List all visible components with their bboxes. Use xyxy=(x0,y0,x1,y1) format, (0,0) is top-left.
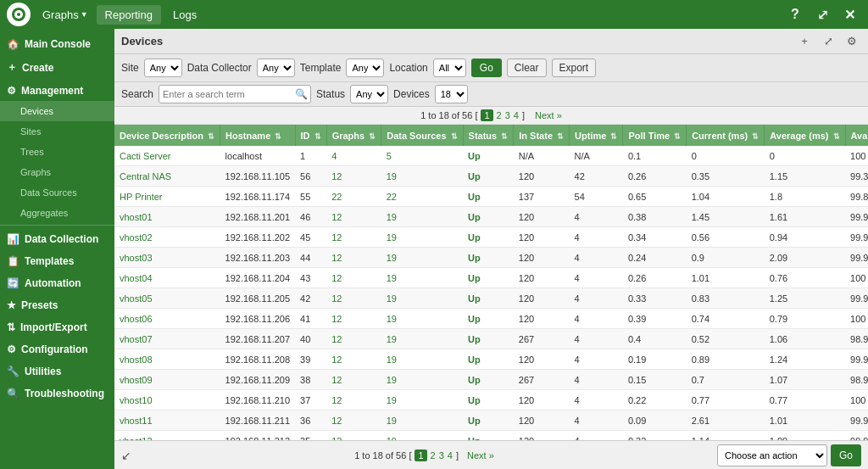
close-button[interactable]: ✕ xyxy=(837,3,861,26)
sidebar-item-utilities[interactable]: 🔧 Utilities xyxy=(0,360,114,382)
graphs-link[interactable]: 12 xyxy=(331,334,342,344)
add-button[interactable]: + xyxy=(795,32,814,51)
location-select[interactable]: All xyxy=(433,59,466,77)
datasources-link[interactable]: 19 xyxy=(387,416,397,426)
bottom-page-4-link[interactable]: 4 xyxy=(448,450,453,461)
sidebar-item-presets[interactable]: ★ Presets xyxy=(0,293,114,315)
col-average[interactable]: Average (ms) ⇅ xyxy=(765,125,845,146)
sidebar-item-import-export[interactable]: ⇅ Import/Export xyxy=(0,315,114,338)
graphs-link[interactable]: 12 xyxy=(331,395,342,405)
device-link[interactable]: vhost10 xyxy=(120,395,153,405)
bottom-page-2-link[interactable]: 2 xyxy=(431,450,436,461)
back-icon[interactable]: ↙ xyxy=(121,449,131,462)
graphs-link[interactable]: 12 xyxy=(331,416,342,426)
site-select[interactable]: Any xyxy=(144,59,182,77)
datacollector-select[interactable]: Any xyxy=(257,59,295,77)
col-description[interactable]: Device Description ⇅ xyxy=(114,125,220,146)
datasources-link[interactable]: 19 xyxy=(387,334,397,344)
graphs-link[interactable]: 12 xyxy=(331,171,342,181)
datasources-link[interactable]: 19 xyxy=(387,375,397,385)
datasources-link[interactable]: 19 xyxy=(387,171,397,181)
datasources-link[interactable]: 19 xyxy=(387,273,397,283)
sidebar-item-templates[interactable]: 📋 Templates xyxy=(0,249,114,271)
device-link[interactable]: vhost05 xyxy=(120,293,153,304)
action-select[interactable]: Choose an action Enable Disable Delete xyxy=(717,444,827,466)
graphs-link[interactable]: 22 xyxy=(331,192,342,202)
graphs-nav-item[interactable]: Graphs ▼ xyxy=(37,5,93,25)
status-select[interactable]: Any xyxy=(350,85,388,103)
datasources-link[interactable]: 19 xyxy=(387,253,397,263)
device-link[interactable]: vhost03 xyxy=(120,253,153,263)
device-link[interactable]: vhost07 xyxy=(120,334,153,344)
col-instate[interactable]: In State ⇅ xyxy=(514,125,570,146)
col-datasources[interactable]: Data Sources ⇅ xyxy=(381,125,463,146)
datasources-link[interactable]: 19 xyxy=(387,355,397,365)
logs-nav-item[interactable]: Logs xyxy=(164,5,205,25)
clear-button[interactable]: Clear xyxy=(507,59,547,77)
settings-button[interactable]: ⚙ xyxy=(843,32,861,51)
sidebar-item-data-collection[interactable]: 📊 Data Collection xyxy=(0,227,114,249)
col-current[interactable]: Current (ms) ⇅ xyxy=(687,125,765,146)
template-select[interactable]: Any xyxy=(346,59,384,77)
device-link[interactable]: Central NAS xyxy=(120,171,171,181)
col-id[interactable]: ID ⇅ xyxy=(295,125,326,146)
sidebar-item-aggregates[interactable]: Aggregates xyxy=(0,203,114,223)
datasources-link[interactable]: 19 xyxy=(387,314,397,324)
sidebar-item-graphs[interactable]: Graphs xyxy=(0,162,114,182)
go-button[interactable]: Go xyxy=(471,59,502,77)
col-hostname[interactable]: Hostname ⇅ xyxy=(220,125,295,146)
sidebar-item-management[interactable]: ⚙ Management xyxy=(0,79,114,101)
sidebar-item-main-console[interactable]: 🏠 Main Console xyxy=(0,32,114,54)
device-link[interactable]: Cacti Server xyxy=(120,151,171,161)
device-link[interactable]: vhost08 xyxy=(120,355,153,365)
export-button[interactable]: Export xyxy=(552,59,597,77)
fullscreen-button[interactable]: ⤢ xyxy=(819,32,837,51)
datasources-link[interactable]: 19 xyxy=(387,212,397,222)
help-button[interactable]: ? xyxy=(783,3,807,26)
bottom-next-link[interactable]: Next » xyxy=(467,450,494,461)
datasources-link[interactable]: 19 xyxy=(387,395,397,405)
sidebar-item-automation[interactable]: 🔄 Automation xyxy=(0,271,114,293)
bottom-page-3-link[interactable]: 3 xyxy=(439,450,444,461)
col-graphs[interactable]: Graphs ⇅ xyxy=(326,125,381,146)
device-link[interactable]: vhost01 xyxy=(120,212,153,222)
maximize-button[interactable]: ⤢ xyxy=(810,3,834,26)
next-link-top[interactable]: Next » xyxy=(535,110,562,120)
datasources-link[interactable]: 19 xyxy=(387,293,397,304)
sidebar-item-create[interactable]: ＋ Create xyxy=(0,54,114,79)
page-2-link[interactable]: 2 xyxy=(497,110,502,120)
graphs-link[interactable]: 12 xyxy=(331,314,342,324)
graphs-link[interactable]: 12 xyxy=(331,293,342,304)
reporting-nav-item[interactable]: Reporting xyxy=(97,5,161,25)
search-input[interactable] xyxy=(159,85,311,103)
device-link[interactable]: vhost02 xyxy=(120,232,153,243)
graphs-link[interactable]: 12 xyxy=(331,232,342,243)
sidebar-item-devices[interactable]: Devices xyxy=(0,101,114,121)
devices-per-page-select[interactable]: 18 30 50 xyxy=(435,85,468,103)
bottom-page-1-link[interactable]: 1 xyxy=(415,449,426,461)
col-polltime[interactable]: Poll Time ⇅ xyxy=(623,125,687,146)
graphs-link[interactable]: 12 xyxy=(331,355,342,365)
datasources-link[interactable]: 19 xyxy=(387,232,397,243)
device-link[interactable]: vhost04 xyxy=(120,273,153,283)
device-link[interactable]: vhost06 xyxy=(120,314,153,324)
device-link[interactable]: HP Printer xyxy=(120,192,163,202)
device-link[interactable]: vhost11 xyxy=(120,416,153,426)
sidebar-item-data-sources[interactable]: Data Sources xyxy=(0,182,114,203)
device-link[interactable]: vhost09 xyxy=(120,375,153,385)
sidebar-item-sites[interactable]: Sites xyxy=(0,121,114,142)
graphs-link[interactable]: 12 xyxy=(331,212,342,222)
col-availability[interactable]: Availability ⇅ xyxy=(845,125,868,146)
page-1-link[interactable]: 1 xyxy=(481,109,492,121)
col-uptime[interactable]: Uptime ⇅ xyxy=(570,125,623,146)
sidebar-item-configuration[interactable]: ⚙ Configuration xyxy=(0,338,114,360)
action-go-button[interactable]: Go xyxy=(831,444,861,466)
col-status[interactable]: Status ⇅ xyxy=(463,125,514,146)
sidebar-item-troubleshooting[interactable]: 🔍 Troubleshooting xyxy=(0,382,114,404)
page-3-link[interactable]: 3 xyxy=(505,110,510,120)
datasources-link[interactable]: 22 xyxy=(387,192,397,202)
graphs-link[interactable]: 12 xyxy=(331,273,342,283)
datasources-link[interactable]: 5 xyxy=(387,151,392,161)
sidebar-item-trees[interactable]: Trees xyxy=(0,142,114,162)
graphs-link[interactable]: 4 xyxy=(331,151,337,161)
